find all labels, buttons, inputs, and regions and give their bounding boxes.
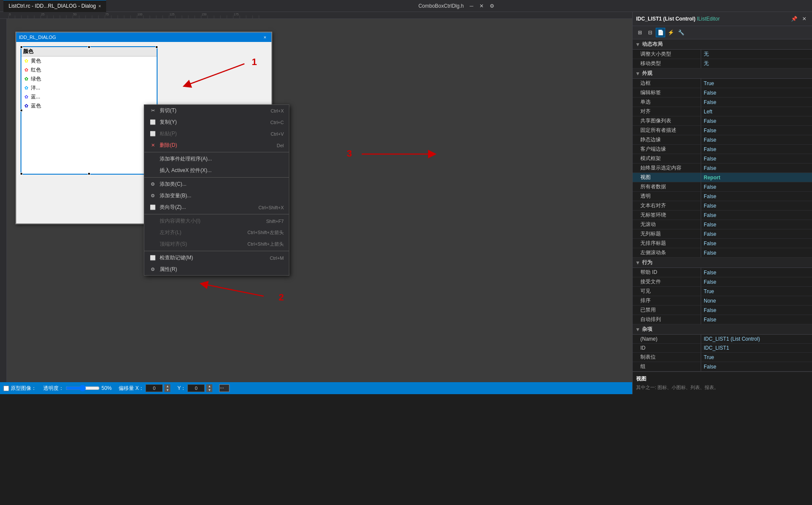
canvas-content[interactable]: IDD_RL_DIALOG × bbox=[7, 19, 632, 382]
cm-align-top: 顶端对齐(S) Ctrl+Shift+上箭头 bbox=[144, 238, 289, 250]
minimize-icon[interactable]: ─ bbox=[467, 2, 476, 10]
section-appearance[interactable]: ▼ 外观 bbox=[633, 68, 812, 79]
cm-add-class-label: 添加类(C)... bbox=[160, 181, 280, 188]
list-item[interactable]: ✿ 蓝色 bbox=[21, 101, 157, 110]
cm-paste-shortcut: Ctrl+V bbox=[271, 131, 284, 137]
offset-x-area: 偏移量 X： ▲ ▼ bbox=[119, 384, 170, 392]
cm-properties[interactable]: ⚙ 属性(R) bbox=[144, 264, 289, 275]
props-content[interactable]: ▼ 动态布局 调整大小类型 无 移动类型 无 ▼ 外观 边框 bbox=[633, 39, 812, 371]
handle-tl bbox=[20, 46, 23, 48]
list-control[interactable]: 颜色 ✿ 黄色 ✿ 红色 bbox=[21, 46, 158, 175]
title-bar-icons: ─ ✕ ⚙ bbox=[467, 2, 496, 10]
close-title-icon[interactable]: ✕ bbox=[477, 2, 486, 10]
list-item[interactable]: ✿ 红色 bbox=[21, 65, 157, 74]
cm-paste-label: 粘贴(P) bbox=[160, 130, 267, 137]
prototype-checkbox[interactable] bbox=[3, 386, 9, 391]
props-title: IDC_LIST1 (List Control) IListEditor bbox=[636, 16, 720, 22]
cm-paste: ⬜ 粘贴(P) Ctrl+V bbox=[144, 128, 289, 140]
props-tool-categories[interactable]: ⊞ bbox=[635, 28, 645, 37]
cm-insert-activex[interactable]: 插入 ActiveX 控件(X)... bbox=[144, 165, 289, 176]
cm-delete[interactable]: ✕ 删除(D) Del bbox=[144, 140, 289, 151]
cm-wizard-label: 类向导(Z)... bbox=[160, 204, 255, 211]
section-dynamic-layout[interactable]: ▼ 动态布局 bbox=[633, 39, 812, 50]
list-item[interactable]: ✿ 绿色 bbox=[21, 74, 157, 83]
offset-y-down[interactable]: ▼ bbox=[206, 388, 212, 392]
offset-x-down[interactable]: ▼ bbox=[164, 388, 170, 392]
dialog-title-text: IDD_RL_DIALOG bbox=[19, 35, 56, 40]
props-tool-alpha[interactable]: ⊟ bbox=[645, 28, 655, 37]
cm-add-handler[interactable]: 添加事件处理程序(A)... bbox=[144, 153, 289, 165]
offset-x-input[interactable] bbox=[146, 384, 163, 392]
opacity-slider[interactable] bbox=[65, 385, 100, 392]
props-tool-page[interactable]: 📄 bbox=[656, 28, 665, 37]
list-item[interactable]: ✿ 蓝... bbox=[21, 92, 157, 101]
cm-add-class[interactable]: ⚙ 添加类(C)... bbox=[144, 178, 289, 190]
prop-sort: 排序 None bbox=[633, 296, 812, 306]
cm-copy-label: 复制(Y) bbox=[160, 119, 267, 126]
cm-cut[interactable]: ✂ 剪切(T) Ctrl+X bbox=[144, 105, 289, 116]
prop-edit-label: 编辑标签 False bbox=[633, 88, 812, 98]
settings-icon[interactable]: ⚙ bbox=[488, 2, 496, 10]
center-file-label: ComboBoxCtrlDlg.h bbox=[418, 3, 464, 9]
prop-owner-data: 所有者数据 False bbox=[633, 182, 812, 192]
title-tab[interactable]: ListCtrl.rc - IDD...RL_DIALOG - Dialog × bbox=[3, 0, 106, 12]
status-checkbox-area: 原型图像： bbox=[3, 385, 36, 392]
cm-class-wizard[interactable]: ⬜ 类向导(Z)... Ctrl+Shift+X bbox=[144, 202, 289, 213]
cm-activex-label: 插入 ActiveX 控件(X)... bbox=[160, 167, 280, 174]
dots-button[interactable]: ··· bbox=[219, 384, 229, 392]
props-footer: 视图 其中之一: 图标、小图标、列表、报表。 bbox=[633, 371, 812, 394]
prop-name: (Name) IDC_LIST1 (List Control) bbox=[633, 335, 812, 344]
section-misc[interactable]: ▼ 杂项 bbox=[633, 324, 812, 335]
cm-check-mnemonic[interactable]: ⬜ 检查助记键(M) Ctrl+M bbox=[144, 252, 289, 264]
item-icon-cyan: ✿ bbox=[23, 85, 29, 91]
item-label: 蓝... bbox=[31, 93, 40, 101]
item-label: 绿色 bbox=[31, 75, 41, 83]
prototype-label: 原型图像： bbox=[11, 385, 36, 392]
prop-auto-arrange: 自动排列 False bbox=[633, 315, 812, 324]
properties-panel: IDC_LIST1 (List Control) IListEditor 📌 ✕… bbox=[632, 12, 812, 394]
cm-autosize: 按内容调整大小(I) Shift+F7 bbox=[144, 215, 289, 227]
prop-single-select: 单选 False bbox=[633, 98, 812, 107]
cm-delete-label: 删除(D) bbox=[160, 142, 273, 149]
cm-delete-shortcut: Del bbox=[277, 143, 284, 148]
offset-x-up[interactable]: ▲ bbox=[164, 384, 170, 388]
handler-icon bbox=[149, 156, 156, 163]
canvas-body: IDD_RL_DIALOG × bbox=[0, 19, 632, 382]
item-icon-blue1: ✿ bbox=[23, 94, 29, 100]
section-behavior[interactable]: ▼ 行为 bbox=[633, 258, 812, 268]
title-tab-close-icon[interactable]: × bbox=[98, 4, 101, 9]
top-ruler: 0255075100125150175 bbox=[0, 12, 632, 19]
mnemonic-icon: ⬜ bbox=[149, 255, 156, 261]
item-icon-blue2: ✿ bbox=[23, 103, 29, 109]
list-item[interactable]: ✿ 黄色 bbox=[21, 56, 157, 65]
prop-owner-draw: 固定所有者描述 False bbox=[633, 126, 812, 135]
prop-text-right: 文本右对齐 False bbox=[633, 201, 812, 211]
item-label: 红色 bbox=[31, 66, 41, 74]
props-pin-icon[interactable]: 📌 bbox=[790, 15, 798, 23]
app-root: ListCtrl.rc - IDD...RL_DIALOG - Dialog ×… bbox=[0, 0, 812, 394]
svg-line-51 bbox=[204, 284, 264, 296]
props-header: IDC_LIST1 (List Control) IListEditor 📌 ✕ bbox=[633, 12, 812, 26]
props-tool-events[interactable]: ⚡ bbox=[666, 28, 675, 37]
handle-tm bbox=[88, 46, 90, 48]
props-tool-settings[interactable]: 🔧 bbox=[676, 28, 686, 37]
list-item[interactable]: ✿ 洋... bbox=[21, 83, 157, 92]
cm-mnemonic-shortcut: Ctrl+M bbox=[270, 255, 284, 261]
handle-bm bbox=[88, 172, 90, 175]
svg-text:125: 125 bbox=[170, 13, 175, 16]
main-layout: 0255075100125150175 IDD_RL_DIALOG × bbox=[0, 12, 812, 394]
props-close-icon[interactable]: ✕ bbox=[800, 15, 809, 23]
props-control-name: IDC_LIST1 (List Control) bbox=[636, 16, 696, 22]
copy-icon: ⬜ bbox=[149, 119, 156, 126]
cm-add-var[interactable]: ⚙ 添加变量(B)... bbox=[144, 190, 289, 202]
side-ruler bbox=[0, 19, 7, 382]
prop-disabled: 已禁用 False bbox=[633, 306, 812, 315]
item-icon-green: ✿ bbox=[23, 76, 29, 82]
dialog-close-button[interactable]: × bbox=[261, 33, 269, 41]
offset-y-input[interactable] bbox=[187, 384, 205, 392]
cm-copy[interactable]: ⬜ 复制(Y) Ctrl+C bbox=[144, 116, 289, 128]
section-behavior-label: 行为 bbox=[642, 259, 652, 266]
offset-y-up[interactable]: ▲ bbox=[206, 384, 212, 388]
opacity-label: 透明度： bbox=[43, 385, 64, 392]
list-items: ✿ 黄色 ✿ 红色 ✿ 绿色 bbox=[21, 56, 157, 174]
